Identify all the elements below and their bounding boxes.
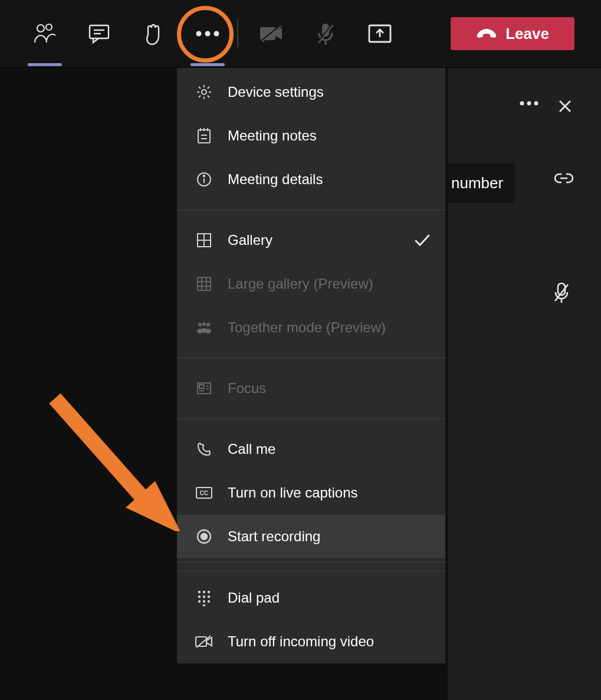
svg-point-0 (37, 25, 44, 32)
leave-label: Leave (505, 25, 549, 43)
svg-point-56 (198, 600, 201, 603)
notes-icon (195, 127, 214, 145)
svg-point-36 (202, 322, 206, 326)
svg-point-26 (203, 175, 205, 176)
menu-live-captions[interactable]: CC Turn on live captions (177, 471, 445, 515)
leave-button[interactable]: Leave (451, 17, 574, 50)
svg-point-59 (203, 604, 205, 606)
menu-label: Meeting details (228, 171, 323, 188)
panel-close-button[interactable] (557, 99, 573, 114)
svg-line-62 (55, 398, 146, 502)
together-icon (195, 321, 214, 334)
raise-hand-button[interactable] (126, 13, 180, 54)
menu-together-mode: Together mode (Preview) (177, 306, 445, 349)
participants-button[interactable] (18, 13, 72, 54)
svg-marker-63 (126, 481, 182, 531)
phone-icon (195, 441, 214, 457)
menu-meeting-notes[interactable]: Meeting notes (177, 114, 445, 158)
video-off-icon (195, 634, 214, 649)
menu-meeting-details[interactable]: Meeting details (177, 158, 445, 201)
svg-point-54 (203, 596, 205, 598)
menu-label: Call me (228, 441, 275, 457)
side-panel: number (448, 68, 601, 700)
meeting-toolbar: Leave (0, 0, 601, 68)
menu-label: Start recording (228, 528, 320, 545)
link-icon[interactable] (554, 172, 574, 185)
toolbar-divider (237, 19, 238, 48)
svg-point-6 (205, 31, 211, 37)
svg-point-22 (202, 90, 206, 94)
menu-device-settings[interactable]: Device settings (177, 70, 445, 114)
mic-off-icon (316, 21, 336, 46)
menu-label: Gallery (228, 232, 272, 248)
dialpad-icon (195, 590, 214, 606)
svg-point-1 (46, 24, 52, 30)
panel-more-button[interactable] (519, 100, 539, 106)
active-underline (191, 63, 225, 66)
record-icon (195, 528, 214, 545)
svg-rect-23 (198, 130, 210, 143)
svg-point-50 (198, 591, 201, 593)
menu-turn-off-incoming-video[interactable]: Turn off incoming video (177, 620, 445, 663)
camera-off-icon (258, 24, 284, 44)
menu-label: Turn off incoming video (228, 633, 374, 650)
svg-point-58 (208, 600, 210, 603)
svg-point-52 (208, 591, 210, 593)
chat-button[interactable] (72, 13, 126, 54)
menu-separator (177, 571, 445, 571)
svg-point-35 (198, 323, 202, 326)
camera-button[interactable] (244, 13, 298, 54)
number-chip[interactable]: number (448, 163, 515, 203)
menu-gallery[interactable]: Gallery (177, 218, 445, 262)
cc-icon: CC (195, 486, 214, 499)
large-gallery-icon (195, 276, 214, 292)
menu-label: Together mode (Preview) (228, 319, 386, 336)
menu-label: Device settings (228, 84, 324, 100)
hand-icon (143, 22, 163, 45)
svg-point-7 (214, 31, 219, 37)
number-label: number (451, 174, 503, 192)
svg-point-51 (203, 591, 205, 593)
svg-rect-2 (90, 25, 109, 38)
focus-icon (195, 381, 214, 395)
svg-point-17 (534, 102, 538, 106)
check-icon (413, 234, 431, 247)
mic-button[interactable] (298, 13, 353, 54)
svg-point-53 (198, 596, 201, 598)
svg-point-55 (208, 596, 210, 598)
hangup-icon (476, 28, 497, 40)
svg-rect-42 (199, 385, 204, 388)
menu-start-recording[interactable]: Start recording (177, 515, 445, 558)
svg-point-40 (205, 329, 211, 333)
svg-point-5 (196, 31, 202, 37)
svg-point-16 (527, 102, 531, 106)
menu-separator (177, 358, 445, 358)
menu-label: Dial pad (228, 590, 280, 606)
gallery-icon (195, 232, 214, 248)
menu-separator (177, 418, 445, 419)
menu-separator (177, 210, 445, 210)
menu-large-gallery: Large gallery (Preview) (177, 262, 445, 306)
menu-focus: Focus (177, 367, 445, 410)
menu-label: Meeting notes (228, 127, 317, 144)
more-icon (194, 30, 221, 37)
svg-rect-30 (198, 277, 211, 290)
svg-text:CC: CC (200, 490, 208, 496)
menu-label: Turn on live captions (228, 485, 358, 501)
menu-label: Large gallery (Preview) (228, 276, 373, 292)
annotation-arrow (46, 390, 182, 531)
share-button[interactable] (353, 13, 407, 54)
menu-label: Focus (228, 380, 266, 397)
chat-icon (88, 23, 110, 44)
svg-point-15 (520, 102, 524, 106)
menu-dial-pad[interactable]: Dial pad (177, 576, 445, 620)
active-underline (28, 63, 62, 66)
svg-point-57 (203, 600, 205, 603)
menu-call-me[interactable]: Call me (177, 427, 445, 471)
svg-point-37 (206, 323, 210, 326)
svg-rect-60 (196, 637, 206, 646)
info-icon (195, 171, 214, 188)
participant-mic-off-icon[interactable] (553, 282, 570, 304)
more-actions-button[interactable] (180, 13, 235, 54)
menu-separator (177, 562, 445, 562)
